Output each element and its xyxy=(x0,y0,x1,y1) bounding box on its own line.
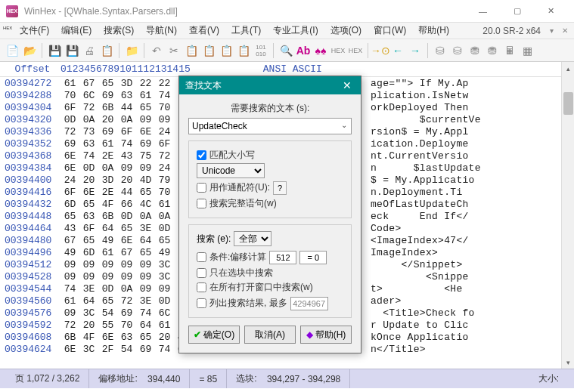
hex-byte[interactable]: 24 xyxy=(155,162,174,174)
menu-tools[interactable]: 工具(T) xyxy=(225,23,267,39)
hex-byte[interactable]: 09 xyxy=(117,271,136,282)
properties-icon[interactable]: 📋 xyxy=(99,43,114,58)
hex-byte[interactable]: 4C xyxy=(136,199,155,210)
new-file-icon[interactable]: 📄 xyxy=(5,43,20,58)
hex-byte[interactable]: 6E xyxy=(117,235,136,246)
hex-byte[interactable]: 72 xyxy=(61,319,79,331)
hex-byte[interactable]: 09 xyxy=(155,114,174,125)
menu-edit[interactable]: 编辑(E) xyxy=(55,23,98,39)
forward-icon[interactable]: → xyxy=(408,43,423,58)
hex-byte[interactable]: 6B xyxy=(98,211,117,222)
hex-byte[interactable]: 65 xyxy=(61,211,79,222)
encoding-select[interactable]: Unicode xyxy=(197,163,265,178)
menu-window[interactable]: 窗口(W) xyxy=(368,23,412,39)
hex-byte[interactable]: 6D xyxy=(79,247,98,258)
hex-byte[interactable]: 3E xyxy=(136,223,155,234)
max-results-input[interactable] xyxy=(290,297,328,310)
ascii-cell[interactable]: </Snippet> xyxy=(371,259,463,270)
hex-byte[interactable]: 65 xyxy=(79,235,98,246)
hex-byte[interactable]: 24 xyxy=(61,174,79,186)
menu-file[interactable]: 文件(F) xyxy=(14,23,55,39)
dropdown-icon[interactable]: ⌄ xyxy=(341,121,347,129)
hex-byte[interactable]: 0D xyxy=(155,295,174,307)
hex-byte[interactable]: 61 xyxy=(61,78,79,89)
hex-byte[interactable]: 69 xyxy=(98,126,117,137)
hex-byte[interactable]: 63 xyxy=(117,90,136,101)
ascii-cell[interactable]: Code> xyxy=(371,223,402,234)
menu-view[interactable]: 查看(V) xyxy=(183,23,225,39)
hex-byte[interactable]: 66 xyxy=(117,199,136,210)
ascii-cell[interactable]: $ = My.Applicatio xyxy=(371,174,475,186)
hex-byte[interactable]: 72 xyxy=(117,295,136,307)
hex-byte[interactable]: 65 xyxy=(155,235,174,246)
menu-help[interactable]: 帮助(H) xyxy=(412,23,455,39)
goto-icon[interactable]: →⊙ xyxy=(373,43,388,58)
ascii-cell[interactable]: ader> xyxy=(371,295,402,307)
cond-remainder-input[interactable] xyxy=(299,251,327,264)
ascii-cell[interactable]: age=""> If My.Ap xyxy=(371,78,469,89)
ascii-cell[interactable]: n $lastUpdate xyxy=(371,162,481,174)
hex-byte[interactable]: 72 xyxy=(79,102,98,113)
find-hex-icon[interactable]: 🔍 xyxy=(278,43,293,58)
hex-byte[interactable]: 6F xyxy=(155,138,174,150)
replace-text-icon[interactable]: HEX xyxy=(348,43,363,58)
hex-byte[interactable]: 6E xyxy=(61,162,79,174)
hex-byte[interactable]: 74 xyxy=(61,283,79,295)
copy-block-icon[interactable]: 📋 xyxy=(236,43,251,58)
minimize-button[interactable]: — xyxy=(466,1,500,22)
ascii-cell[interactable]: t> <He xyxy=(371,283,463,295)
hex-byte[interactable]: 74 xyxy=(79,150,98,162)
ascii-cell[interactable]: rsion$ = My.Appl xyxy=(371,126,469,137)
hex-byte[interactable]: 09 xyxy=(79,259,98,270)
menu-options[interactable]: 选项(O) xyxy=(324,23,368,39)
hex-byte[interactable]: 09 xyxy=(61,259,79,270)
save-as-icon[interactable]: 💾 xyxy=(64,43,79,58)
ascii-cell[interactable]: ication.Deployme xyxy=(371,138,469,150)
hex-byte[interactable]: 6F xyxy=(61,102,79,113)
hex-byte[interactable]: 2E xyxy=(98,150,117,162)
hex-byte[interactable]: 61 xyxy=(136,90,155,101)
hex-byte[interactable]: 20 xyxy=(117,174,136,186)
hex-byte[interactable]: 65 xyxy=(98,295,117,307)
hex-byte[interactable]: 55 xyxy=(98,319,117,331)
hex-byte[interactable]: 43 xyxy=(117,150,136,162)
hex-byte[interactable]: 0A xyxy=(98,162,117,174)
ascii-cell[interactable]: <Snippe xyxy=(371,271,469,282)
wildcards-checkbox[interactable]: 用作通配符(U): xyxy=(197,181,270,194)
paste-icon[interactable]: 📋 xyxy=(201,43,216,58)
scroll-thumb[interactable] xyxy=(563,92,573,115)
hex-byte[interactable]: 64 xyxy=(136,319,155,331)
hex-byte[interactable]: 24 xyxy=(155,126,174,137)
hex-byte[interactable]: 6C xyxy=(79,90,98,101)
hex-byte[interactable]: 61 xyxy=(98,138,117,150)
hex-byte[interactable]: 09 xyxy=(61,307,79,319)
ascii-cell[interactable]: ImageIndex> xyxy=(371,247,438,258)
copy-icon[interactable]: 📋 xyxy=(184,43,199,58)
hex-byte[interactable]: 3E xyxy=(79,283,98,295)
match-case-checkbox[interactable]: 匹配大小写 xyxy=(197,149,343,162)
hex-byte[interactable]: 6E xyxy=(61,150,79,162)
hex-byte[interactable]: 74 xyxy=(136,307,155,319)
hex-byte[interactable]: 4F xyxy=(98,199,117,210)
mdi-close-icon[interactable]: ✕ xyxy=(559,25,571,37)
bits-icon[interactable]: 101010 xyxy=(253,43,268,58)
disk2-icon[interactable]: ⛁ xyxy=(450,43,465,58)
hex-byte[interactable]: 65 xyxy=(136,102,155,113)
hex-byte[interactable]: 09 xyxy=(136,271,155,282)
hex-byte[interactable]: 70 xyxy=(155,187,174,198)
open-file-icon[interactable]: 📂 xyxy=(22,43,37,58)
hex-byte[interactable]: 79 xyxy=(155,174,174,186)
hex-byte[interactable]: 61 xyxy=(98,247,117,258)
hex-byte[interactable]: 09 xyxy=(98,271,117,282)
print-icon[interactable]: 🖨 xyxy=(82,43,97,58)
hex-byte[interactable]: 6F xyxy=(79,223,98,234)
hex-byte[interactable]: 22 xyxy=(155,78,174,89)
ascii-cell[interactable]: eck End If</ xyxy=(371,211,469,222)
scroll-down-icon[interactable]: ▾ xyxy=(562,356,574,369)
hex-byte[interactable]: 0A xyxy=(136,211,155,222)
hex-byte[interactable]: 49 xyxy=(98,235,117,246)
ram-icon[interactable]: ▦ xyxy=(520,43,535,58)
hex-byte[interactable]: 64 xyxy=(79,295,98,307)
hex-byte[interactable]: 75 xyxy=(136,150,155,162)
hex-byte[interactable]: 20 xyxy=(79,319,98,331)
